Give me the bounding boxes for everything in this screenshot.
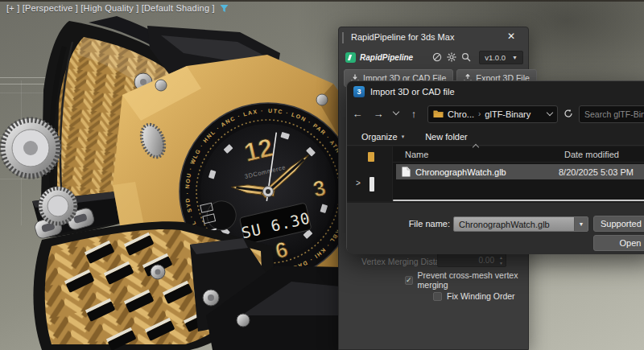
panel-close-button[interactable]: ✕ [507,31,515,42]
filter-funnel-icon[interactable] [220,4,229,13]
nav-back-button[interactable]: ← [347,108,368,120]
nav-forward-button[interactable]: → [368,108,389,120]
file-date-modified: 8/20/2025 5:03 PM [559,167,634,177]
prevent-cross-mesh-checkbox-row[interactable]: ✓ Prevent cross-mesh vertex merging [405,270,528,290]
brand-name: RapidPipeline [360,53,413,62]
name-header-label: Name [405,150,428,159]
combobox-dropdown-icon[interactable]: ▼ [574,217,588,231]
address-dropdown-chevron-icon[interactable] [547,109,552,119]
panel-title: RapidPipeline for 3ds Max [351,32,454,42]
file-list: Name Date modified ChronographWatch.glb … [393,146,644,201]
dialog-footer: File name: ChronographWatch.glb ▼ Suppor… [347,203,644,254]
watch-3d-model[interactable]: UTC · LON · PAR · ATH · JED · THR · DXB … [0,0,378,350]
organize-label: Organize [361,132,398,142]
address-breadcrumb-bar[interactable]: Chro... › glTF-Binary [427,105,558,123]
file-name-combobox-value: ChronographWatch.glb [459,220,550,229]
version-value: v1.0.0 [485,53,506,62]
file-name: ChronographWatch.glb [415,167,559,177]
breadcrumb-parent[interactable]: Chro... [448,109,474,119]
new-folder-button[interactable]: New folder [425,132,468,142]
spinner-arrows-icon[interactable]: ▲▼ [499,255,503,266]
search-magnifier-icon[interactable] [461,52,471,62]
tree-expand-chevron-icon[interactable]: > [356,179,361,187]
file-document-icon [402,167,411,177]
dialog-title: Import 3D or CAD file [370,87,455,97]
theme-toggle-icon[interactable] [432,52,442,62]
horizontal-scrollbar[interactable] [393,200,644,201]
column-header-name[interactable]: Name [393,150,558,159]
list-column-headers: Name Date modified [393,146,644,163]
settings-gear-icon[interactable] [447,52,456,62]
tree-folder-icon [368,152,374,162]
supported-formats-dropdown[interactable]: Supported Formats [593,216,644,232]
tree-folder-icon [369,177,374,191]
chevron-down-icon: ▼ [512,55,518,60]
open-button[interactable]: Open [593,235,644,251]
dialog-titlebar[interactable]: 3 Import 3D or CAD file [347,81,644,101]
vertex-merging-spinner[interactable]: 0.00 ▲▼ [437,253,506,267]
folder-icon [433,109,444,118]
checkbox-unchecked[interactable] [433,292,442,301]
3dsmax-app-icon: 3 [353,86,365,97]
column-header-date-modified[interactable]: Date modified [558,150,619,159]
nav-up-button[interactable]: ↑ [403,108,424,120]
refresh-button[interactable] [558,109,579,120]
import-file-dialog: 3 Import 3D or CAD file ← → ↑ Chro... › … [346,80,644,253]
nav-recent-chevron-icon[interactable] [389,109,403,118]
breadcrumb-current[interactable]: glTF-Binary [485,109,530,119]
prevent-cross-mesh-label: Prevent cross-mesh vertex merging [418,270,528,290]
checkbox-checked[interactable]: ✓ [405,276,413,285]
vertex-merging-value: 0.00 [479,256,494,265]
new-folder-label: New folder [425,132,468,142]
3dsmax-viewport: UTC · LON · PAR · ATH · JED · THR · DXB … [0,0,644,350]
viewport-label-text: [+ ] [Perspective ] [High Quality ] [Def… [6,3,215,13]
panel-grip[interactable] [342,32,344,43]
chevron-down-icon: ▾ [402,134,405,140]
file-name-label: File name: [379,219,450,229]
file-row-selected[interactable]: ChronographWatch.glb 8/20/2025 5:03 PM [396,164,644,179]
viewport-shading-label[interactable]: [+ ] [Perspective ] [High Quality ] [Def… [6,3,229,13]
breadcrumb-separator: › [478,109,481,118]
rapidpipeline-logo-icon [345,52,356,63]
version-dropdown[interactable]: v1.0.0 ▼ [479,51,523,64]
folder-tree-pane[interactable]: > [347,146,393,201]
supported-formats-label: Supported Formats [601,219,644,229]
open-button-label: Open [620,238,642,248]
file-name-combobox[interactable]: ChronographWatch.glb ▼ [453,216,588,232]
organize-menu-button[interactable]: Organize ▾ [361,132,404,142]
search-input[interactable] [579,105,644,123]
fix-winding-order-label: Fix Winding Order [447,291,515,301]
fix-winding-order-checkbox-row[interactable]: Fix Winding Order [433,291,515,301]
